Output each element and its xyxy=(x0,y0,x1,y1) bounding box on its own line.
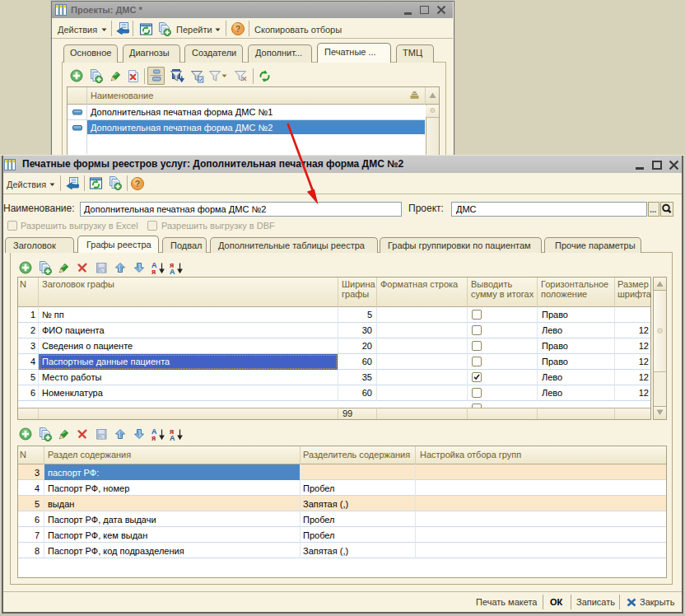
svg-text:я: я xyxy=(151,268,156,275)
svg-text:я: я xyxy=(151,434,156,441)
svg-text:А: А xyxy=(170,268,175,275)
svg-text:А: А xyxy=(170,434,175,441)
svg-text:?: ? xyxy=(235,24,241,34)
svg-text:?: ? xyxy=(135,179,141,189)
